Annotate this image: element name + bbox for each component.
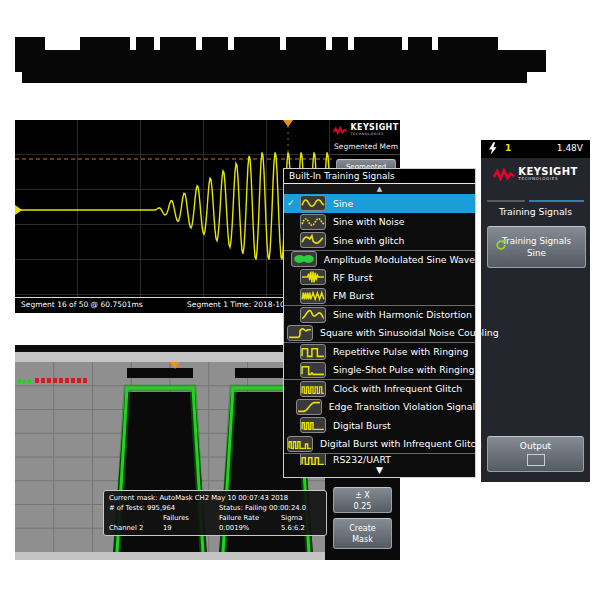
- uart-icon: [300, 453, 326, 465]
- menu-item-label: Sine: [333, 198, 353, 209]
- output-softkey[interactable]: Output: [487, 436, 584, 472]
- menu-item-label: Single-Shot Pulse with Ringing: [333, 364, 474, 375]
- edge-icon: [296, 399, 322, 415]
- digital-burst-icon: [300, 417, 326, 433]
- menu-item-digital-burst-with-infrequent-glitch[interactable]: Digital Burst with Infrequent Glitch: [284, 435, 475, 454]
- rep-pulse-icon: [300, 344, 326, 360]
- harmonic-icon: [300, 307, 326, 323]
- brand-name: KEYSIGHT: [350, 124, 398, 132]
- plus-minus-x-softkey[interactable]: ± X 0.25: [333, 487, 392, 513]
- menu-item-sine[interactable]: ✓Sine: [284, 194, 475, 213]
- scope2-menu-bar: [15, 352, 315, 362]
- training-signals-panel: 1 1.48V KEYSIGHT TECHNOLOGIES Training S…: [481, 140, 590, 482]
- menu-item-label: Repetitive Pulse with Ringing: [333, 346, 468, 357]
- segmented-mem-label: Segmented Mem: [332, 142, 400, 155]
- menu-item-sine-with-harmonic-distortion[interactable]: Sine with Harmonic Distortion: [284, 305, 475, 324]
- create-mask-softkey[interactable]: Create Mask: [333, 518, 392, 549]
- tests-count: # of Tests: 995,964: [109, 503, 219, 513]
- channel1-ground-marker-icon: [15, 205, 22, 215]
- menu-item-sine-with-glitch[interactable]: Sine with glitch: [284, 231, 475, 250]
- menu-item-repetitive-pulse-with-ringing[interactable]: Repetitive Pulse with Ringing: [284, 342, 475, 361]
- menu-item-sine-with-noise[interactable]: Sine with Noise: [284, 213, 475, 232]
- brand-name: KEYSIGHT: [518, 168, 577, 176]
- menu-item-square-with-sinusoidal-noise-coupling[interactable]: Square with Sinusoidal Noise Coupling: [284, 324, 475, 343]
- segment-counter: Segment 16 of 50 @ 60.7501ms: [21, 298, 143, 312]
- menu-item-label: Digital Burst: [333, 420, 391, 431]
- trigger-status-bar: 1 1.48V: [481, 140, 590, 158]
- keysight-spark-icon: [493, 168, 515, 181]
- output-checkbox[interactable]: [527, 454, 545, 466]
- page: Segment 16 of 50 @ 60.7501ms Segment 1 T…: [0, 0, 600, 600]
- menu-item-label: Square with Sinusoidal Noise Coupling: [320, 327, 499, 338]
- trace-marks: [18, 379, 31, 383]
- am-icon: [291, 251, 317, 267]
- menu-item-edge-transition-violation-signal[interactable]: Edge Transition Violation Signal: [284, 398, 475, 417]
- col-failure-rate: Failure Rate: [219, 513, 281, 523]
- check-icon: ✓: [287, 198, 300, 208]
- menu-item-single-shot-pulse-with-ringing[interactable]: Single-Shot Pulse with Ringing: [284, 361, 475, 380]
- menu-item-clock-with-infrequent-glitch[interactable]: Clock with Infrequent Glitch: [284, 379, 475, 398]
- col-failures: Failures: [163, 513, 219, 523]
- sine-noise-icon: [300, 214, 326, 230]
- scroll-down-arrow-icon[interactable]: ▼: [284, 465, 475, 476]
- menu-item-label: Edge Transition Violation Signal: [329, 401, 475, 412]
- panel-divider: [487, 200, 584, 202]
- training-signals-softkey[interactable]: Training Signals Sine: [487, 226, 586, 268]
- menu-item-label: RF Burst: [333, 272, 372, 283]
- fm-burst-icon: [300, 288, 326, 304]
- scope2-top-strip: [15, 345, 315, 352]
- menu-item-label: FM Burst: [333, 290, 374, 301]
- trigger-marker-icon: [283, 120, 293, 127]
- row-channel: Channel 2: [109, 523, 163, 533]
- menu-item-label: Clock with Infrequent Glitch: [333, 383, 462, 394]
- menu-item-rs232-uart[interactable]: RS232/UART: [284, 453, 475, 465]
- trigger-bolt-icon: [489, 142, 497, 155]
- menu-item-digital-burst[interactable]: Digital Burst: [284, 416, 475, 435]
- scroll-up-arrow-icon[interactable]: ▲: [284, 184, 475, 194]
- sine-icon: [300, 195, 326, 211]
- trigger-channel: 1: [505, 143, 511, 153]
- menu-item-amplitude-modulated-sine-wave[interactable]: Amplitude Modulated Sine Wave: [284, 250, 475, 269]
- keysight-logo: KEYSIGHT TECHNOLOGIES: [332, 120, 400, 136]
- keysight-logo: KEYSIGHT TECHNOLOGIES: [481, 164, 590, 181]
- menu-title: Built-In Training Signals: [284, 169, 475, 184]
- menu-item-label: Sine with glitch: [333, 235, 404, 246]
- rf-burst-icon: [300, 269, 326, 285]
- mask-status: Status: Failing 00:00:24.0: [219, 503, 306, 513]
- clock-icon: [300, 381, 326, 397]
- menu-item-label: Amplitude Modulated Sine Wave: [324, 254, 475, 265]
- square-noise-icon: [287, 325, 313, 341]
- panel-heading: Training Signals: [481, 206, 590, 217]
- menu-item-fm-burst[interactable]: FM Burst: [284, 287, 475, 306]
- current-mask-line: Current mask: AutoMask CH2 May 10 00:07:…: [109, 493, 321, 503]
- keysight-spark-icon: [333, 126, 347, 135]
- menu-item-label: Sine with Harmonic Distortion: [333, 309, 472, 320]
- menu-item-label: Sine with Noise: [333, 216, 405, 227]
- row-failure-rate: 0.0019%: [219, 523, 281, 533]
- cycle-icon: [495, 239, 507, 251]
- mask-statistics-box: Current mask: AutoMask CH2 May 10 00:07:…: [103, 490, 327, 536]
- builtin-training-signals-menu: Built-In Training Signals ▲ ✓SineSine wi…: [283, 168, 476, 478]
- trigger-level: 1.48V: [557, 143, 583, 153]
- digital-glitch-icon: [287, 436, 313, 452]
- menu-item-label: Digital Burst with Infrequent Glitch: [320, 438, 482, 449]
- single-pulse-icon: [300, 362, 326, 378]
- mask-failure-marks: [35, 378, 87, 383]
- sine-glitch-icon: [300, 232, 326, 248]
- row-failures: 19: [163, 523, 219, 533]
- menu-item-label: RS232/UART: [333, 454, 391, 465]
- col-sigma: Sigma: [281, 513, 321, 523]
- menu-item-rf-burst[interactable]: RF Burst: [284, 268, 475, 287]
- scope2-bottom-strip: [15, 552, 325, 560]
- row-sigma: 5.6:6.2: [281, 523, 321, 533]
- brand-sub: TECHNOLOGIES: [350, 132, 398, 136]
- menu-item-list: ✓SineSine with NoiseSine with glitchAmpl…: [284, 194, 475, 465]
